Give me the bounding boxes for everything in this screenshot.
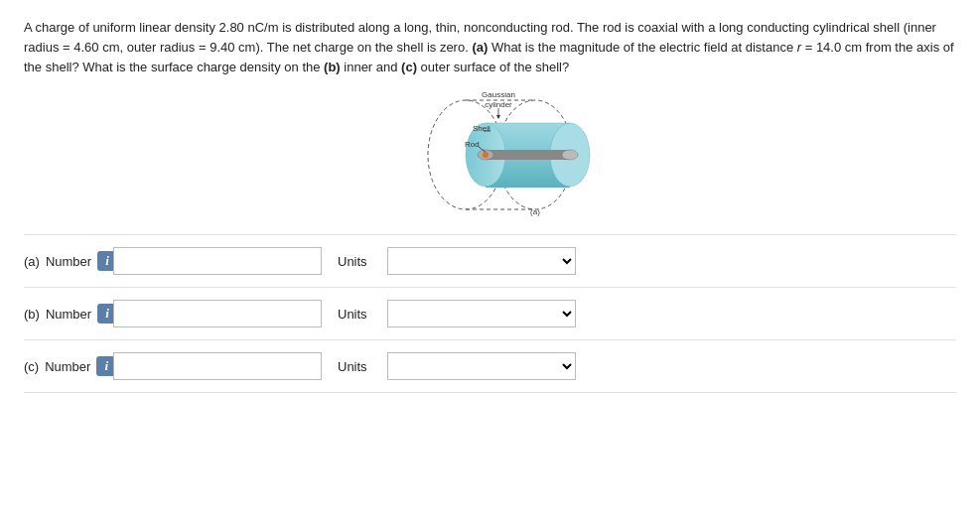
row-b-number-label: Number [46,307,91,322]
row-a-units-select[interactable] [387,247,576,275]
row-c-label: (c) Number i [24,356,113,376]
answers-section: (a) Number i Units (b) Number i Units [24,234,956,393]
row-c-number-label: Number [45,359,90,374]
row-a-label: (a) Number i [24,251,113,271]
row-b-units-select[interactable] [387,300,576,327]
row-b-label: (b) Number i [24,304,113,324]
part-a-bold: (a) [472,40,488,55]
answer-row-b: (b) Number i Units [24,287,956,339]
gaussian-label: Gaussian [482,90,515,99]
row-c-units-label: Units [338,359,377,374]
shell-label: Shell [473,124,490,133]
answer-row-a: (a) Number i Units [24,234,956,287]
svg-point-12 [483,152,489,158]
problem-text: A charge of uniform linear density 2.80 … [24,18,956,77]
part-c-bold: (c) [401,60,417,74]
fig-label: (a) [530,207,540,216]
cylinder-label: cylinder [485,100,512,109]
part-b-bold: (b) [324,60,341,74]
row-c-part-label: (c) [24,359,39,374]
row-b-number-input[interactable] [113,300,322,327]
row-c-number-input[interactable] [113,352,322,380]
diagram-image: Gaussian cylinder Shell Rod (a) [381,87,600,216]
svg-rect-9 [486,150,570,160]
row-a-number-input[interactable] [113,247,322,275]
svg-point-11 [562,150,578,160]
svg-marker-14 [496,115,500,119]
row-b-units-label: Units [338,307,377,322]
rod-label: Rod [465,140,480,149]
row-a-number-label: Number [46,254,91,269]
diagram-area: Gaussian cylinder Shell Rod (a) [24,87,956,216]
answer-row-c: (c) Number i Units [24,339,956,393]
row-a-part-label: (a) [24,254,40,269]
row-a-units-label: Units [338,254,377,269]
row-b-part-label: (b) [24,307,40,322]
main-container: A charge of uniform linear density 2.80 … [0,0,980,405]
row-c-units-select[interactable] [387,352,576,380]
